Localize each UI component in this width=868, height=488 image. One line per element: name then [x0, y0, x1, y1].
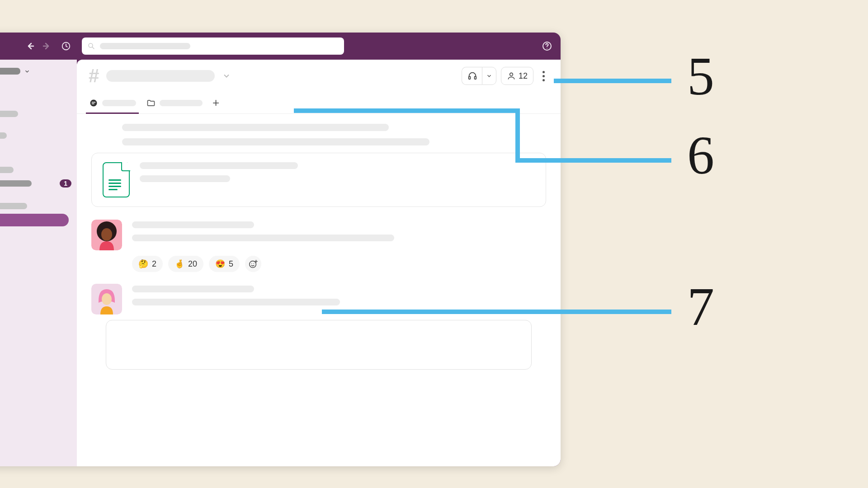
svg-rect-8 — [475, 76, 476, 79]
message-item — [91, 220, 546, 250]
reaction-fingers-crossed[interactable]: 🤞 20 — [168, 256, 203, 272]
emoji-icon: 🤔 — [138, 259, 148, 269]
app-window: 1 # — [0, 33, 561, 466]
emoji-icon: 🤞 — [175, 259, 184, 269]
channel-main: # 12 — [77, 60, 561, 466]
svg-point-17 — [251, 263, 252, 264]
headphones-icon — [467, 71, 477, 81]
reaction-count: 20 — [188, 259, 197, 269]
top-bar — [0, 33, 561, 60]
history-button[interactable] — [60, 40, 72, 52]
svg-point-22 — [102, 293, 112, 305]
sidebar-item-unread[interactable]: 1 — [0, 177, 77, 190]
emoji-icon: 😍 — [215, 259, 225, 269]
placeholder-line — [122, 124, 389, 131]
folder-icon — [146, 98, 156, 108]
reaction-count: 2 — [152, 259, 156, 269]
callout-line — [554, 79, 671, 83]
help-button[interactable] — [541, 40, 553, 52]
callout-number-5: 5 — [687, 45, 714, 108]
member-count: 12 — [519, 71, 528, 81]
add-reaction-button[interactable] — [245, 256, 261, 272]
avatar[interactable] — [91, 220, 122, 250]
sidebar-item[interactable] — [0, 200, 77, 212]
sidebar-item[interactable] — [0, 108, 77, 120]
members-button[interactable]: 12 — [501, 67, 533, 85]
channel-header: # 12 — [77, 60, 561, 92]
hash-icon: # — [89, 65, 99, 87]
person-icon — [507, 71, 516, 80]
reactions-bar: 🤔 2 🤞 20 😍 5 — [132, 256, 546, 272]
svg-line-4 — [92, 47, 94, 49]
tab-messages[interactable] — [89, 92, 136, 113]
huddle-menu-button[interactable] — [482, 67, 496, 85]
placeholder-line — [122, 138, 429, 145]
channel-name[interactable] — [106, 70, 215, 82]
unread-badge: 1 — [60, 179, 71, 188]
callout-number-6: 6 — [687, 124, 714, 187]
huddle-button[interactable] — [462, 67, 482, 85]
sidebar-item-selected[interactable] — [0, 214, 69, 226]
search-input[interactable] — [82, 38, 344, 55]
avatar[interactable] — [91, 284, 122, 314]
more-actions-button[interactable] — [538, 67, 549, 85]
sidebar-item[interactable] — [0, 83, 77, 94]
callout-line — [294, 108, 520, 113]
nav-back-button[interactable] — [24, 40, 36, 52]
reaction-heart-eyes[interactable]: 😍 5 — [209, 256, 240, 272]
reaction-count: 5 — [229, 259, 233, 269]
tab-files[interactable] — [146, 92, 203, 113]
sidebar-item[interactable] — [0, 95, 77, 107]
svg-rect-11 — [92, 102, 95, 103]
svg-point-10 — [90, 99, 97, 106]
search-icon — [87, 42, 95, 50]
svg-point-9 — [510, 73, 513, 76]
search-placeholder — [100, 43, 190, 49]
callout-line — [322, 310, 671, 314]
svg-rect-12 — [92, 103, 94, 104]
svg-point-18 — [254, 263, 255, 264]
add-tab-button[interactable]: + — [212, 96, 219, 110]
nav-forward-button[interactable] — [41, 40, 53, 52]
sidebar-item[interactable] — [0, 142, 77, 154]
sidebar-item[interactable] — [0, 130, 77, 141]
svg-point-16 — [250, 261, 256, 268]
callout-line — [515, 108, 520, 163]
message-composer[interactable] — [106, 320, 532, 370]
sidebar: 1 — [0, 60, 77, 466]
reaction-thinking[interactable]: 🤔 2 — [132, 256, 163, 272]
callout-number-7: 7 — [687, 276, 714, 338]
sidebar-item[interactable] — [0, 164, 77, 176]
messages-icon — [89, 98, 99, 108]
chevron-down-icon — [24, 68, 30, 75]
callout-line — [515, 158, 671, 163]
chevron-down-icon — [486, 73, 492, 79]
document-icon — [103, 162, 130, 197]
add-emoji-icon — [248, 259, 258, 269]
svg-point-6 — [547, 48, 547, 49]
message-list: 🤔 2 🤞 20 😍 5 — [77, 114, 561, 384]
chevron-down-icon[interactable] — [222, 71, 231, 80]
workspace-switcher[interactable] — [0, 68, 77, 83]
svg-rect-7 — [469, 76, 471, 79]
svg-point-15 — [101, 228, 112, 241]
file-attachment-card[interactable] — [91, 153, 546, 207]
